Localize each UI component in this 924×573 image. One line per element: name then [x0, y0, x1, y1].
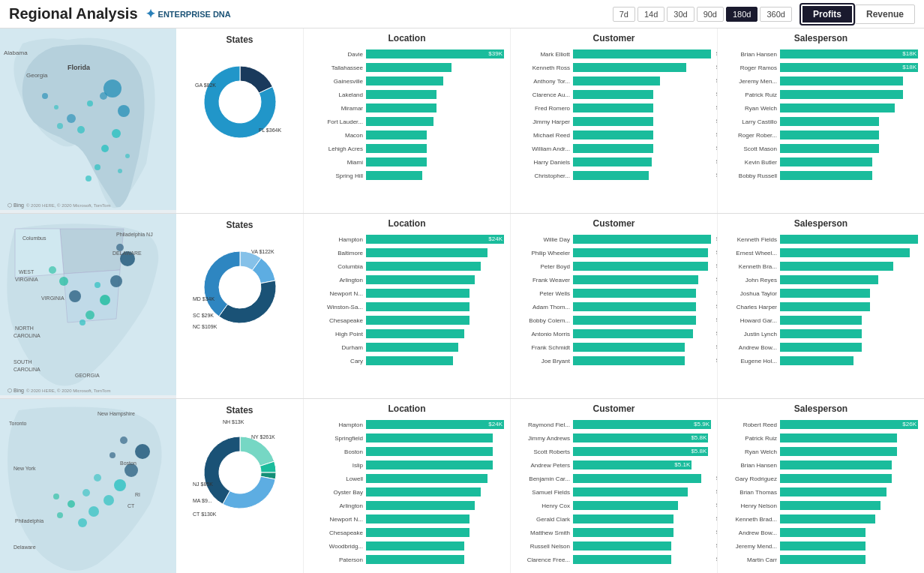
svg-point-11 — [77, 126, 85, 134]
bar-row-item: Joshua Taylor $11K — [724, 287, 918, 299]
bar-fill — [573, 63, 686, 72]
bar-row-item: Joe Bryant $3.8K — [517, 355, 711, 367]
bar-label: Kenneth Fields — [724, 236, 780, 243]
bar-fill — [366, 76, 443, 86]
bar-value: $22K — [920, 448, 924, 454]
bar-label: Willie Day — [517, 236, 573, 243]
bar-fill — [573, 248, 708, 257]
bar-fill — [780, 488, 886, 496]
bar-value: $17K — [506, 158, 511, 165]
bar-label: John Reyes — [724, 277, 780, 284]
tab-btn-revenue[interactable]: Revenue — [855, 4, 915, 24]
salesperson-title: Salesperson — [724, 33, 918, 44]
bar-row-item: Martin Carr $16K — [724, 554, 918, 566]
bar-row-item: Philip Wheeler $4.6K — [517, 247, 711, 259]
bar-label: Fort Lauder... — [310, 118, 366, 125]
bar-row-item: Mark Elliott $6.5K — [517, 48, 711, 60]
bar-wrap: $4.1K — [573, 76, 711, 86]
bar-row-item: Russell Nelson $4.2K — [517, 540, 711, 552]
time-btn-90d[interactable]: 90d — [697, 7, 724, 22]
bar-value: $16K — [920, 77, 924, 84]
svg-text:CT $130K: CT $130K — [193, 512, 217, 517]
bar-fill — [366, 514, 470, 524]
bar-label: Brian Thomas — [724, 489, 780, 496]
bar-label: Lowell — [310, 476, 366, 482]
bar-row-item: Ernest Wheel... $16K — [724, 247, 918, 259]
bar-value: $22K — [506, 461, 511, 468]
bar-value: $13K — [920, 145, 924, 152]
time-btn-360d[interactable]: 360d — [760, 7, 791, 22]
bar-wrap: $18K — [366, 302, 504, 311]
time-btn-180d[interactable]: 180d — [726, 7, 758, 22]
bar-row-item: Brian Hansen $21K — [724, 459, 918, 471]
bar-wrap: $3.8K — [573, 117, 711, 126]
bar-wrap: $5.9K — [573, 420, 711, 429]
bar-wrap: $4.2K — [573, 316, 711, 325]
bar-row-item: Cary $15K — [310, 355, 504, 367]
bar-row-item: Hampton $24K — [310, 233, 504, 245]
bar-label: Mark Elliott — [517, 51, 573, 58]
bar-label: Tallahassee — [310, 64, 366, 71]
bar-wrap: $20K — [366, 262, 504, 271]
bar-fill — [573, 262, 708, 271]
bar-fill: $18K — [780, 50, 918, 58]
bar-label: Bobby Russell — [724, 172, 780, 179]
bar-fill — [573, 343, 685, 352]
bar-row-item: Durham $16K — [310, 341, 504, 353]
bar-wrap: $24K — [366, 235, 504, 244]
bar-row-item: Islip $22K — [310, 459, 504, 471]
svg-point-15 — [42, 93, 48, 99]
bar-fill — [780, 329, 862, 338]
bar-value: $18K — [920, 515, 924, 522]
bar-label: Springfield — [310, 435, 366, 442]
bar-value: $4.6K — [712, 249, 718, 256]
bar-row-item: Lowell $21K — [310, 472, 504, 484]
bar-fill — [780, 434, 897, 442]
time-btn-30d[interactable]: 30d — [667, 7, 694, 22]
bar-wrap: $5.8K — [573, 434, 711, 442]
bar-label: Jimmy Andrews — [517, 435, 573, 442]
bar-row-item: Andrew Bow... $10K — [724, 341, 918, 353]
bar-fill — [366, 329, 464, 338]
bar-value: $4.1K — [712, 77, 718, 84]
svg-text:CAROLINA: CAROLINA — [14, 367, 40, 372]
bar-wrap: $18K — [366, 514, 504, 524]
bar-wrap: $4.2K — [573, 555, 711, 564]
bar-label: Ryan Welch — [724, 448, 780, 455]
bar-label: Michael Reed — [517, 132, 573, 139]
bar-label: Jimmy Harper — [517, 118, 573, 125]
svg-text:SC $29K: SC $29K — [193, 313, 214, 318]
bar-row-item: Frank Weaver $4.3K — [517, 274, 711, 286]
bar-wrap: $5.8K — [573, 447, 711, 456]
bar-fill — [573, 104, 653, 112]
svg-text:New Hampshire: New Hampshire — [98, 411, 135, 417]
bar-wrap: $3.8K — [573, 90, 711, 99]
bar-wrap: $13K — [780, 130, 918, 140]
bar-label: Brian Hansen — [724, 462, 780, 469]
time-btn-14d[interactable]: 14d — [638, 7, 664, 22]
bar-row-item: Miami $17K — [310, 156, 504, 168]
bar-row-item: Patrick Ruiz $22K — [724, 432, 918, 444]
tab-btn-profits[interactable]: Profits — [801, 4, 854, 24]
bar-fill — [366, 63, 452, 72]
bar-row-item: Winston-Sa... $18K — [310, 301, 504, 313]
bar-value: $4.2K — [712, 316, 718, 323]
bar-label: Gerald Clark — [517, 516, 573, 523]
bar-row-item: Tallahassee $24K — [310, 62, 504, 74]
bar-fill — [366, 542, 464, 550]
bar-wrap: $4.6K — [573, 248, 711, 257]
bar-value: $16K — [920, 542, 924, 549]
bar-label: Macon — [310, 132, 366, 139]
bar-wrap: $4.5K — [573, 501, 711, 510]
bar-value: $20K — [506, 104, 511, 111]
bar-row-item: Gainesville $22K — [310, 75, 504, 87]
svg-point-9 — [100, 92, 107, 100]
svg-text:NORTH: NORTH — [15, 326, 34, 331]
time-btn-7d[interactable]: 7d — [613, 7, 635, 22]
svg-point-58 — [94, 474, 101, 482]
bar-value: $19K — [506, 276, 511, 283]
bar-fill: $5.9K — [573, 420, 711, 429]
bar-fill — [366, 501, 475, 510]
bar-label: Harry Daniels — [517, 159, 573, 166]
svg-point-13 — [57, 123, 63, 129]
